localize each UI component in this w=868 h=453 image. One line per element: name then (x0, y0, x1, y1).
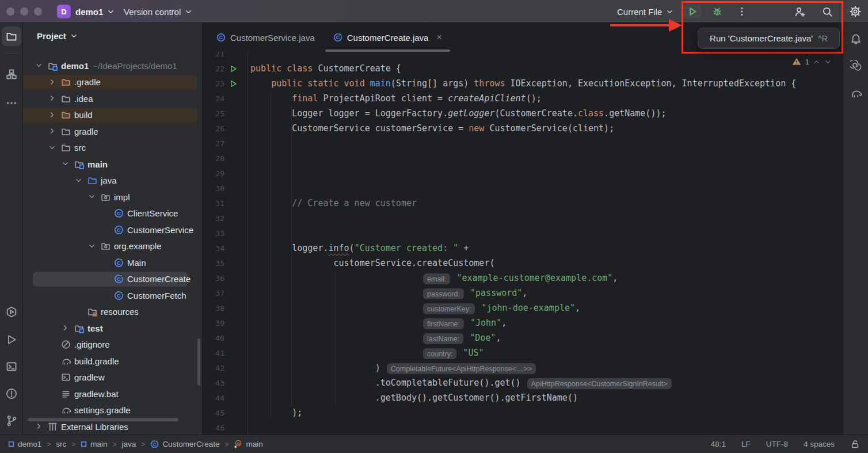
stripe-more-horizontal-icon[interactable] (2, 93, 21, 113)
editor-tab-customerservice-java[interactable]: CCustomerService.java (207, 23, 324, 52)
breadcrumb-main[interactable]: main (81, 440, 107, 448)
breadcrumb-src[interactable]: src (56, 440, 66, 448)
line-ending[interactable]: LF (741, 440, 751, 448)
tree-item--gradle[interactable]: .gradle (23, 74, 203, 91)
tree-item-customerservice[interactable]: CCustomerService (23, 222, 203, 238)
line-number: 38 (203, 304, 224, 313)
chevron-right-icon[interactable] (61, 323, 70, 333)
breadcrumb-demo1[interactable]: demo1 (8, 440, 41, 448)
project-panel-header[interactable]: Project (37, 31, 78, 41)
window-zoom-icon[interactable] (34, 7, 42, 16)
tree-item-resources[interactable]: resources (23, 304, 203, 321)
breadcrumb-customercreate[interactable]: CCustomerCreate (150, 440, 219, 448)
inlay-hint: password: (423, 288, 464, 299)
vcs-menu[interactable]: Version control (124, 0, 193, 23)
run-line-icon[interactable] (224, 65, 248, 73)
stripe-ai-assistant-icon[interactable] (850, 59, 862, 72)
stripe-notifications-icon[interactable] (850, 33, 862, 45)
run-configuration-selector[interactable]: Current File (617, 0, 674, 23)
settings-button[interactable] (847, 5, 864, 18)
tree-item-build[interactable]: build (23, 107, 203, 124)
chevron-down-icon[interactable] (61, 159, 70, 169)
inspection-widget[interactable]: 1 (792, 57, 832, 66)
tree-item-customercreate[interactable]: CCustomerCreate (23, 271, 203, 288)
window-minimize-icon[interactable] (20, 7, 28, 16)
project-menu[interactable]: demo1 (75, 0, 115, 23)
run-tooltip: Run 'CustomerCreate.java' ^R (698, 28, 840, 49)
class-icon: C (113, 208, 124, 219)
chevron-up-icon[interactable] (813, 58, 820, 66)
tree-item-customerfetch[interactable]: CCustomerFetch (23, 287, 203, 304)
chevron-right-icon[interactable] (48, 127, 57, 136)
breadcrumb-separator: > (224, 440, 229, 448)
tab-label: CustomerCreate.java (347, 33, 429, 43)
tree-item-settings-gradle[interactable]: settings.gradle (23, 402, 203, 419)
tree-item-clientservice[interactable]: CClientService (23, 205, 203, 222)
stripe-structure-icon[interactable] (2, 64, 21, 84)
tree-item-demo1[interactable]: demo1~/IdeaProjects/demo1 (23, 58, 203, 74)
tree-item-test[interactable]: test (23, 320, 203, 337)
close-tab-icon[interactable]: × (436, 33, 441, 42)
tree-item-java[interactable]: java (23, 173, 203, 189)
file-encoding[interactable]: UTF-8 (766, 440, 788, 448)
add-user-button[interactable] (791, 5, 808, 18)
tree-item-impl[interactable]: impl (23, 189, 203, 205)
stripe-problems-icon[interactable] (2, 384, 21, 403)
lock-open-icon[interactable] (850, 439, 860, 449)
chevron-down-icon[interactable] (87, 242, 97, 251)
line-number: 46 (203, 424, 224, 432)
chevron-right-icon[interactable] (48, 94, 57, 103)
stripe-services-icon[interactable] (2, 302, 21, 322)
tree-item-src[interactable]: src (23, 140, 203, 157)
tree-item-build-gradle[interactable]: build.gradle (23, 353, 203, 370)
tree-item-gradlew-bat[interactable]: gradlew.bat (23, 386, 203, 402)
stripe-gradle-icon[interactable] (850, 87, 862, 100)
more-actions-button[interactable] (733, 5, 751, 18)
tree-item--idea[interactable]: .idea (23, 90, 203, 107)
chevron-right-icon[interactable] (35, 422, 44, 431)
gradle-icon (60, 356, 71, 366)
tree-item-org-example[interactable]: org.example (23, 238, 203, 255)
run-button[interactable] (684, 5, 701, 18)
breadcrumb-java[interactable]: java (122, 440, 136, 448)
code-editor[interactable]: 2122public class CustomerCreate {23 publ… (203, 52, 843, 435)
run-line-icon[interactable] (224, 80, 248, 87)
breadcrumb-label: main (90, 440, 107, 448)
chevron-right-icon[interactable] (48, 111, 57, 120)
chevron-down-icon[interactable] (87, 192, 97, 201)
stripe-run-play-icon[interactable] (2, 330, 21, 349)
tree-item-main[interactable]: main (23, 156, 203, 173)
chevron-down-icon[interactable] (48, 143, 57, 153)
inlay-hint: CompletableFuture<ApiHttpResponse<…>> (387, 363, 536, 374)
chevron-spacer (48, 373, 57, 382)
indent-setting[interactable]: 4 spaces (804, 440, 835, 448)
stripe-project-folder-icon[interactable] (2, 26, 21, 46)
code-line-41: 41 country: "US" (203, 345, 843, 360)
vertical-scrollbar[interactable] (197, 338, 200, 386)
code-line-38: 38 customerKey: "john-doe-example", (203, 300, 843, 315)
window-close-icon[interactable] (6, 7, 14, 16)
class-run-icon: C (113, 257, 124, 268)
chevron-right-icon[interactable] (48, 78, 57, 87)
stripe-terminal-icon[interactable] (2, 357, 21, 376)
tree-item-gradlew[interactable]: gradlew (23, 370, 203, 386)
chevron-down-icon[interactable] (824, 58, 832, 66)
left-tool-stripe (0, 23, 23, 435)
chevron-down-icon[interactable] (35, 61, 44, 70)
tree-item-label: main (87, 159, 108, 169)
breadcrumb-main[interactable]: mmain (234, 440, 262, 448)
tree-item-label: .gradle (74, 77, 101, 87)
caret-position[interactable]: 48:1 (711, 440, 726, 448)
svg-text:C: C (117, 210, 121, 216)
tree-item-main[interactable]: CMain (23, 254, 203, 271)
class-run-icon: C (150, 440, 159, 448)
tree-item--gitignore[interactable]: .gitignore (23, 337, 203, 353)
editor-tab-customercreate-java[interactable]: CCustomerCreate.java× (324, 23, 451, 52)
chevron-down-icon[interactable] (74, 176, 83, 185)
debug-button[interactable] (709, 5, 726, 18)
tree-item-gradle[interactable]: gradle (23, 123, 203, 140)
search-button[interactable] (818, 5, 836, 18)
horizontal-scrollbar[interactable] (28, 418, 178, 421)
stripe-git-branch-icon[interactable] (2, 411, 21, 431)
tree-item-label: demo1 (61, 61, 89, 71)
